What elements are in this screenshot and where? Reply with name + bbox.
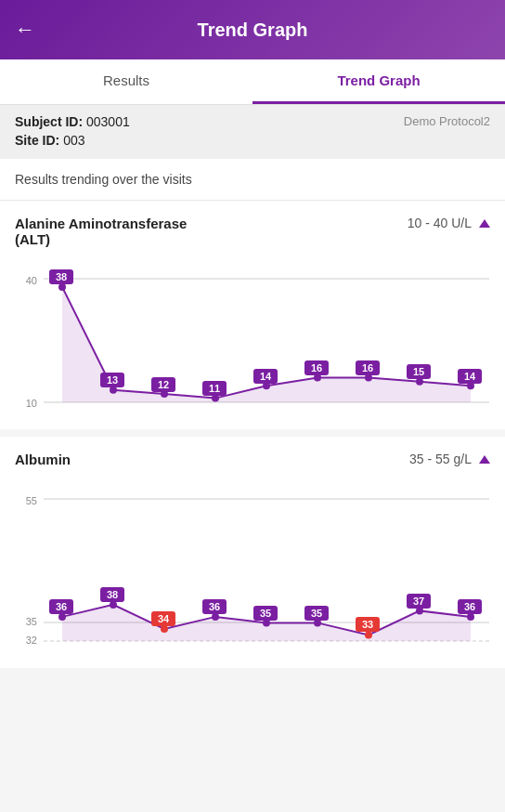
alt-label-1: 13	[107, 374, 118, 386]
albumin-label-8: 36	[464, 601, 475, 612]
albumin-point-3	[212, 613, 219, 621]
albumin-chart-header: Albumin 35 - 55 g/L	[0, 452, 505, 478]
albumin-chart-range: 35 - 55 g/L	[409, 452, 490, 466]
subject-id-label: Subject ID:	[15, 114, 83, 129]
subject-id-row: Subject ID: 003001	[15, 114, 130, 129]
alt-label-0: 38	[56, 271, 67, 282]
albumin-collapse-icon[interactable]	[479, 455, 490, 464]
alt-label-8: 14	[464, 371, 476, 382]
alt-y-label-40: 40	[26, 275, 37, 286]
back-button[interactable]: ←	[15, 18, 35, 42]
albumin-point-1	[110, 601, 117, 609]
site-id-label: Site ID:	[15, 133, 59, 148]
alt-label-3: 11	[209, 383, 220, 394]
alt-chart-header: Alanine Aminotransferase (ALT) 10 - 40 U…	[0, 216, 505, 258]
albumin-label-0: 36	[56, 601, 67, 612]
albumin-label-1: 38	[107, 589, 118, 600]
albumin-y-label-55: 55	[26, 495, 37, 506]
section-description: Results trending over the visits	[0, 159, 505, 201]
tab-results[interactable]: Results	[0, 59, 252, 104]
alt-label-4: 14	[260, 371, 272, 382]
albumin-y-label-32: 32	[26, 635, 37, 646]
site-id-row: Site ID: 003	[15, 133, 130, 148]
albumin-label-3: 36	[209, 601, 220, 612]
alt-chart-section: Alanine Aminotransferase (ALT) 10 - 40 U…	[0, 201, 505, 429]
albumin-point-8	[467, 613, 474, 621]
site-id-value: 003	[63, 133, 84, 148]
albumin-chart-section: Albumin 35 - 55 g/L 55 35 32	[0, 437, 505, 668]
albumin-y-label-35: 35	[26, 616, 37, 627]
tab-trend-graph[interactable]: Trend Graph	[252, 59, 505, 104]
albumin-label-6: 33	[362, 619, 373, 630]
albumin-chart-svg: 55 35 32 36 38	[7, 478, 498, 664]
albumin-point-2	[161, 625, 168, 633]
alt-chart-title: Alanine Aminotransferase (ALT)	[15, 216, 219, 247]
albumin-point-6	[365, 632, 372, 639]
albumin-range-label: 35 - 55 g/L	[409, 452, 472, 466]
alt-chart-svg: 40 10 38 13	[7, 258, 498, 426]
albumin-label-5: 35	[311, 608, 322, 619]
app-header: ← Trend Graph	[0, 0, 505, 59]
alt-chart-range: 10 - 40 U/L	[408, 216, 490, 230]
alt-label-6: 16	[362, 362, 373, 373]
alt-chart-wrapper: 40 10 38 13	[0, 258, 505, 429]
alt-collapse-icon[interactable]	[479, 219, 490, 228]
page-title: Trend Graph	[198, 20, 308, 41]
albumin-point-0	[58, 613, 66, 621]
protocol-label: Demo Protocol2	[404, 114, 490, 128]
info-bar: Subject ID: 003001 Site ID: 003 Demo Pro…	[0, 105, 505, 159]
albumin-chart-title: Albumin	[15, 452, 71, 467]
tab-bar: Results Trend Graph	[0, 59, 505, 105]
alt-label-2: 12	[158, 379, 169, 390]
subject-id-value: 003001	[86, 114, 130, 129]
alt-point-0	[58, 283, 66, 291]
albumin-chart-wrapper: 55 35 32 36 38	[0, 478, 505, 668]
albumin-label-7: 37	[413, 596, 424, 607]
albumin-label-4: 35	[260, 608, 271, 619]
alt-label-5: 16	[311, 362, 322, 373]
albumin-label-2: 34	[158, 613, 170, 624]
alt-range-label: 10 - 40 U/L	[408, 216, 472, 230]
subject-site-info: Subject ID: 003001 Site ID: 003	[15, 114, 130, 148]
alt-y-label-10: 10	[26, 398, 37, 409]
alt-label-7: 15	[413, 366, 424, 377]
